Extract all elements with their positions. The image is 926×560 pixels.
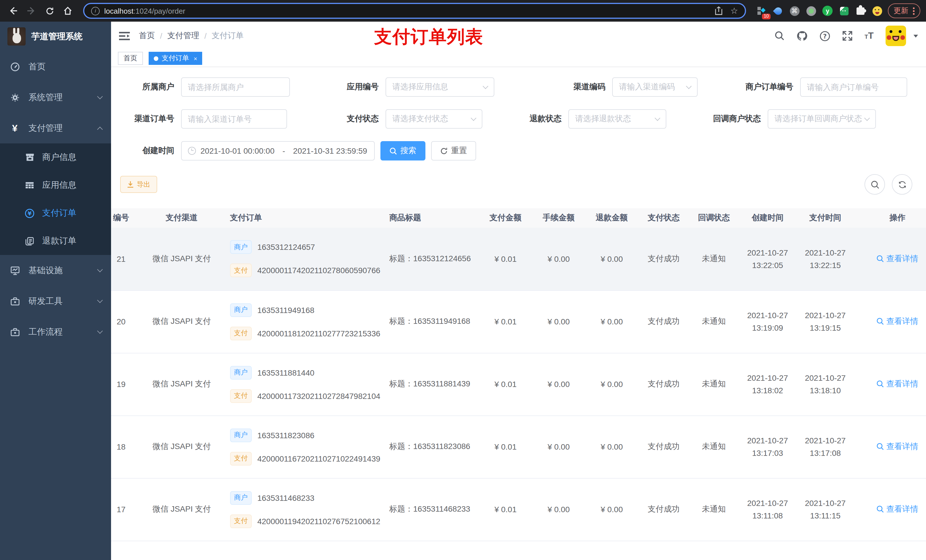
notify-status-select[interactable]: 请选择订单回调商户状态 <box>768 109 876 128</box>
breadcrumb: 首页 / 支付管理 / 支付订单 <box>139 31 244 41</box>
sidebar-item-home[interactable]: 首页 <box>0 51 111 82</box>
sidebar-item-label: 支付订单 <box>42 208 76 219</box>
sidebar-item-devtools[interactable]: 研发工具 <box>0 286 111 316</box>
table-row: 19 微信 JSAPI 支付 商户1635311881440 支付4200001… <box>111 353 926 415</box>
sidebar-item-label: 研发工具 <box>29 296 63 306</box>
filter-label: 退款状态 <box>507 114 568 124</box>
github-icon[interactable] <box>797 31 808 41</box>
merchant-order-no-input[interactable] <box>800 77 907 97</box>
browser-menu-icon[interactable] <box>913 7 915 15</box>
tag-home[interactable]: 首页 <box>118 52 143 65</box>
pay-status-select[interactable]: 请选择支付状态 <box>386 109 483 128</box>
yen-circle-icon: ¥ <box>24 208 35 218</box>
sidebar-item-refund-order[interactable]: 退款订单 <box>0 227 111 255</box>
sidebar-item-label: 系统管理 <box>29 92 63 103</box>
col-fee: 手续金额 <box>532 208 586 228</box>
sidebar-item-merchant-info[interactable]: 商户信息 <box>0 143 111 171</box>
font-size-icon[interactable] <box>864 31 874 41</box>
merchant-order-no: 1635311881440 <box>257 368 314 377</box>
filter-label: 支付状态 <box>325 114 386 124</box>
export-button[interactable]: 导出 <box>120 176 157 193</box>
back-icon[interactable] <box>6 3 21 18</box>
pay-tag: 支付 <box>230 389 252 403</box>
sidebar-item-pay-order[interactable]: ¥ 支付订单 <box>0 199 111 227</box>
extension-kite-icon[interactable] <box>773 6 783 16</box>
extension-record-icon[interactable] <box>806 6 816 16</box>
sidebar-item-system[interactable]: 系统管理 <box>0 82 111 113</box>
chevron-down-icon <box>97 267 103 272</box>
merchant-order-no: 1635312124657 <box>257 243 315 252</box>
extension-puzzle-icon[interactable] <box>855 6 865 16</box>
document-icon <box>24 237 35 246</box>
toggle-search-icon[interactable] <box>864 174 885 195</box>
svg-text:?: ? <box>823 32 827 39</box>
tag-close-icon[interactable]: × <box>194 55 197 62</box>
pay-order-table: 编号 支付渠道 支付订单 商品标题 支付金额 手续金额 退款金额 支付状态 回调… <box>111 208 926 560</box>
navbar-actions: ? <box>775 26 918 46</box>
home-icon[interactable] <box>61 3 75 18</box>
breadcrumb-home[interactable]: 首页 <box>139 31 155 41</box>
sidebar-item-label: 工作流程 <box>29 326 63 337</box>
tag-pay-order[interactable]: 支付订单 × <box>149 52 203 65</box>
monitor-icon <box>9 266 21 275</box>
bookmark-star-icon[interactable]: ☆ <box>730 6 738 16</box>
chevron-down-icon <box>686 83 691 89</box>
forward-icon[interactable] <box>24 3 39 18</box>
view-detail-link[interactable]: 查看详情 <box>877 379 918 389</box>
share-icon[interactable] <box>714 6 722 15</box>
create-time-range-picker[interactable]: 2021-10-01 00:00:00 - 2021-10-31 23:59:5… <box>181 141 375 160</box>
browser-update-button[interactable]: 更新 <box>888 3 920 18</box>
sidebar-item-workflow[interactable]: 工作流程 <box>0 316 111 347</box>
extension-badge: 10 <box>762 14 770 20</box>
search-button[interactable]: 搜索 <box>380 141 425 160</box>
view-detail-link[interactable]: 查看详情 <box>877 442 918 452</box>
collapse-sidebar-icon[interactable] <box>119 31 130 41</box>
refund-status-select[interactable]: 请选择退款状态 <box>568 109 666 128</box>
sidebar-logo[interactable]: 芋道管理系统 <box>0 22 111 51</box>
filter-label: 商户订单编号 <box>715 82 800 92</box>
filter-label: 回调商户状态 <box>682 114 768 124</box>
clock-icon <box>188 147 196 155</box>
merchant-tag: 商户 <box>230 303 252 317</box>
avatar[interactable] <box>885 26 906 46</box>
merchant-input[interactable] <box>181 77 290 97</box>
view-detail-link[interactable]: 查看详情 <box>877 254 918 264</box>
channel-order-no: 4200001194202110276752100612 <box>257 516 380 525</box>
app-select[interactable]: 请选择应用信息 <box>386 77 494 97</box>
col-paid: 支付时间 <box>796 208 854 228</box>
sidebar-item-label: 首页 <box>29 61 45 72</box>
extension-grid-icon[interactable]: 10 <box>756 6 767 16</box>
browser-window: localhost :1024/pay/order ☆ 10 更新 <box>0 0 926 560</box>
extension-emoji-icon[interactable] <box>872 6 882 16</box>
dashboard-icon <box>9 62 21 71</box>
reload-icon[interactable] <box>42 3 57 18</box>
extension-y-icon[interactable] <box>822 6 832 16</box>
address-bar[interactable]: localhost :1024/pay/order ☆ <box>83 3 746 19</box>
filter-label: 所属商户 <box>120 82 181 92</box>
view-detail-link[interactable]: 查看详情 <box>877 316 918 327</box>
help-icon[interactable]: ? <box>820 30 830 41</box>
channel-code-select[interactable]: 请输入渠道编码 <box>612 77 698 97</box>
fullscreen-icon[interactable] <box>842 31 853 41</box>
view-detail-link[interactable]: 查看详情 <box>877 504 918 515</box>
avatar-caret-icon[interactable] <box>914 35 918 37</box>
sidebar-item-label: 支付管理 <box>29 123 63 133</box>
refresh-icon[interactable] <box>892 174 912 195</box>
col-status: 支付状态 <box>639 208 689 228</box>
page-content: 所属商户 应用编号 请选择应用信息 渠道编码 <box>111 67 926 560</box>
extensions-row: 10 <box>756 6 882 16</box>
reset-button[interactable]: 重置 <box>431 141 476 160</box>
sidebar-item-infra[interactable]: 基础设施 <box>0 255 111 286</box>
table-row-partial: 16 微信 JSAPI 支付 商户1635311251796 <box>111 540 926 560</box>
extension-chat-icon[interactable] <box>839 6 849 16</box>
filter-label: 渠道编码 <box>551 82 612 92</box>
site-info-icon[interactable] <box>91 6 100 15</box>
sidebar-item-pay[interactable]: ¥ 支付管理 <box>0 113 111 143</box>
breadcrumb-pay-manage[interactable]: 支付管理 <box>168 31 199 41</box>
channel-order-no-input[interactable] <box>181 109 287 128</box>
sidebar-menu: 首页 系统管理 ¥ 支付管理 <box>0 51 111 560</box>
search-icon[interactable] <box>775 31 785 41</box>
extension-command-icon[interactable] <box>789 6 800 16</box>
app-title: 芋道管理系统 <box>31 31 83 42</box>
sidebar-item-app-info[interactable]: 应用信息 <box>0 171 111 199</box>
